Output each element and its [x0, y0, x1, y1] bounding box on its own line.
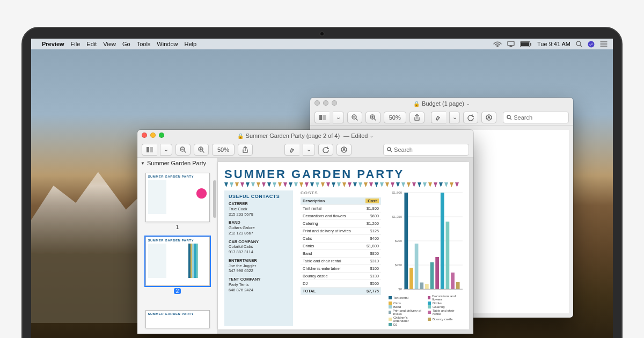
cost-row: Tent rental$1,800	[301, 205, 381, 212]
cost-row: Band$850	[301, 250, 381, 258]
page-view[interactable]: SUMMER GARDEN PARTY USEFUL CONTACTS CATE…	[218, 162, 469, 329]
toolbar-budget: ⌄ 50% ⌄	[310, 109, 573, 126]
zoom-out-button[interactable]	[347, 112, 362, 123]
menu-view[interactable]: View	[103, 41, 116, 47]
menu-help[interactable]: Help	[184, 41, 196, 47]
rotate-button[interactable]	[318, 144, 333, 156]
highlight-button[interactable]	[431, 112, 446, 123]
desktop: Preview File Edit View Go Tools Window H…	[31, 39, 613, 338]
share-button[interactable]	[238, 144, 253, 156]
siri-icon[interactable]	[588, 41, 595, 48]
view-mode-button[interactable]	[142, 144, 157, 156]
chart-panel: $0$450$900$1,350$1,800 Tent rentalDecora…	[389, 190, 463, 326]
minimize-button[interactable]	[323, 100, 328, 106]
sidebar-scrollbar[interactable]	[213, 180, 216, 218]
menu-file[interactable]: File	[71, 41, 80, 47]
legend-item: DJ	[389, 323, 423, 326]
costs-table: DescriptionCostTent rental$1,800Decorati…	[301, 197, 381, 295]
costs-heading: COSTS	[301, 190, 381, 195]
legend-item: Tent rental	[389, 295, 423, 301]
menu-go[interactable]: Go	[122, 41, 130, 47]
view-mode-menu[interactable]: ⌄	[160, 144, 172, 156]
menu-app-name[interactable]: Preview	[42, 41, 64, 47]
svg-text:$450: $450	[395, 263, 402, 267]
wifi-icon[interactable]	[493, 41, 502, 47]
zoom-level[interactable]: 50%	[384, 112, 406, 123]
titlebar-party[interactable]: 🔒 Summer Garden Party (page 2 of 4) — Ed…	[137, 130, 473, 142]
search-input[interactable]	[514, 114, 565, 121]
svg-point-0	[497, 46, 498, 47]
titlebar-budget[interactable]: 🔒 Budget (1 page) ⌄	[310, 98, 573, 109]
window-party[interactable]: 🔒 Summer Garden Party (page 2 of 4) — Ed…	[137, 130, 473, 334]
svg-rect-58	[441, 193, 444, 289]
search-icon	[387, 147, 392, 152]
markup-button[interactable]	[481, 112, 496, 123]
zoom-button[interactable]	[332, 100, 337, 106]
zoom-in-button[interactable]	[194, 144, 209, 156]
svg-rect-57	[435, 257, 439, 289]
view-mode-menu[interactable]: ⌄	[333, 112, 344, 123]
highlight-menu[interactable]: ⌄	[449, 112, 460, 123]
cost-row: Cabs$400	[301, 235, 381, 243]
battery-icon[interactable]	[520, 41, 532, 47]
zoom-in-button[interactable]	[365, 112, 380, 123]
close-button[interactable]	[314, 100, 320, 106]
page-thumbnail-1[interactable]: SUMMER GARDEN PARTY	[145, 173, 210, 222]
svg-rect-8	[323, 115, 326, 120]
svg-rect-53	[415, 244, 419, 289]
sidebar-document-row[interactable]: ▼ Summer Garden Party	[137, 158, 217, 168]
highlight-button[interactable]	[284, 144, 299, 156]
search-input[interactable]	[394, 146, 465, 153]
rotate-button[interactable]	[463, 112, 478, 123]
view-mode-button[interactable]	[314, 112, 330, 123]
page-thumbnail-3[interactable]: SUMMER GARDEN PARTY	[145, 310, 210, 328]
close-button[interactable]	[142, 133, 147, 138]
cost-row: Catering$1,260	[301, 220, 381, 227]
title-chevron-icon[interactable]: ⌄	[370, 134, 374, 138]
svg-rect-61	[456, 282, 460, 289]
lock-icon: 🔒	[413, 101, 420, 107]
menu-edit[interactable]: Edit	[86, 41, 97, 47]
thumbnail-list[interactable]: SUMMER GARDEN PARTY 1 SUMMER GARDEN PART…	[137, 168, 217, 334]
disclosure-triangle-icon[interactable]: ▼	[141, 161, 145, 166]
contacts-heading: USEFUL CONTACTS	[229, 194, 289, 199]
contact-entry: CAB COMPANYColorful Cabs917 887 3114	[229, 239, 289, 255]
legend-item: Cabs	[389, 302, 423, 305]
markup-button[interactable]	[336, 144, 352, 156]
share-button[interactable]	[409, 112, 425, 123]
search-field[interactable]	[503, 112, 569, 123]
search-field[interactable]	[383, 144, 469, 156]
menu-extras: Tue 9:41 AM	[488, 41, 608, 48]
legend-item: Table and chair rental	[428, 309, 463, 315]
cost-row: Print and delivery of invites$125	[301, 227, 381, 235]
svg-text:$900: $900	[395, 239, 402, 243]
minimize-button[interactable]	[150, 133, 156, 138]
highlight-menu[interactable]: ⌄	[303, 144, 315, 156]
laptop-bezel: Preview File Edit View Go Tools Window H…	[21, 27, 623, 338]
notification-center-icon[interactable]	[600, 41, 608, 47]
zoom-level[interactable]: 50%	[212, 144, 235, 156]
menu-clock[interactable]: Tue 9:41 AM	[537, 41, 570, 47]
menu-window[interactable]: Window	[157, 41, 178, 47]
contact-entry: TENT COMPANYParty Tents646 876 2424	[229, 277, 289, 292]
svg-rect-3	[530, 43, 531, 46]
svg-rect-51	[404, 193, 408, 289]
window-title: Summer Garden Party (page 2 of 4)	[246, 133, 340, 139]
spotlight-icon[interactable]	[576, 41, 582, 47]
menu-tools[interactable]: Tools	[137, 41, 151, 47]
camera	[320, 32, 324, 35]
svg-text:$0: $0	[398, 288, 402, 291]
contacts-panel: USEFUL CONTACTS CATERERTrue Cook315 203 …	[224, 190, 293, 326]
svg-rect-4	[521, 42, 529, 46]
legend-item: Drinks	[428, 302, 463, 305]
cost-row: Children's entertainer$100	[301, 265, 381, 273]
airplay-icon[interactable]	[507, 41, 515, 47]
zoom-out-button[interactable]	[175, 144, 191, 156]
cost-row: DJ$500	[301, 280, 381, 288]
page-thumbnail-2[interactable]: SUMMER GARDEN PARTY	[145, 237, 210, 286]
legend-item: Children's entertainer	[389, 316, 423, 322]
cost-row: Table and chair rental$310	[301, 258, 381, 265]
search-icon	[507, 115, 511, 120]
zoom-button[interactable]	[159, 133, 164, 138]
title-chevron-icon[interactable]: ⌄	[466, 101, 470, 106]
